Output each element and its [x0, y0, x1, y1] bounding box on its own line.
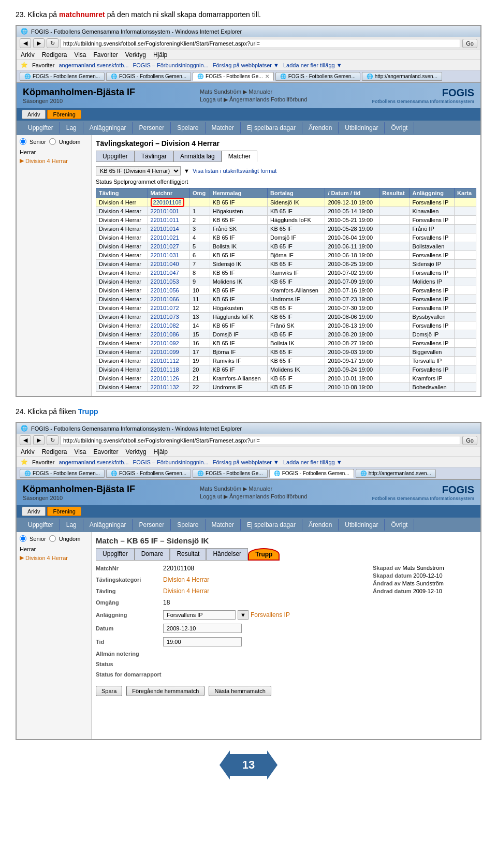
- menu-visa-2[interactable]: Visa: [74, 448, 86, 455]
- nav-ej-spelbara-1[interactable]: Ej spelbara dagar: [241, 122, 302, 134]
- refresh-button-1[interactable]: ↻: [47, 38, 59, 48]
- go-button-2[interactable]: Go: [462, 436, 477, 445]
- menu-eavoriter-2[interactable]: Eavoriter: [94, 448, 119, 455]
- foregaende-button[interactable]: Föregående hemmamatch: [126, 686, 204, 696]
- form-value-tavling[interactable]: Division 4 Herrar: [163, 587, 209, 595]
- match-number-link[interactable]: 220101014: [151, 226, 179, 232]
- header-link-1-0[interactable]: Mats Sundström ▶ Manualer: [200, 89, 307, 95]
- tab-resultat-2[interactable]: Resultat: [170, 548, 206, 561]
- form-input-datum[interactable]: [163, 624, 242, 633]
- td-matchnr-17[interactable]: 220101099: [148, 348, 190, 357]
- fav-link-2-2[interactable]: FOGIS – Förbundsinloggnin...: [133, 459, 209, 465]
- address-bar-2[interactable]: [61, 436, 460, 445]
- match-number-link[interactable]: 220101027: [151, 243, 179, 249]
- radio-ungdom-1[interactable]: [49, 138, 56, 145]
- sidebar-link-division-2[interactable]: ▶ Division 4 Herrar: [20, 554, 88, 561]
- go-button-1[interactable]: Go: [462, 39, 477, 48]
- radio-senior-2[interactable]: [20, 535, 26, 542]
- td-matchnr-18[interactable]: 220101112: [148, 357, 190, 365]
- match-number-link[interactable]: 220101066: [151, 296, 179, 302]
- forward-button-1[interactable]: ▶: [33, 38, 45, 48]
- match-number-link[interactable]: 220101056: [151, 287, 179, 293]
- nav-uppgifter-2[interactable]: Uppgifter: [22, 519, 60, 531]
- forening-tab-2[interactable]: Förening: [47, 507, 81, 516]
- form-dropdown-anlaggerning[interactable]: ▼: [238, 610, 248, 620]
- tab-matcher-1[interactable]: Matcher: [222, 151, 257, 162]
- browser-tab-1-2[interactable]: 🌐 FOGIS - Fotbollens Ge... ✕: [193, 72, 274, 81]
- td-matchnr-1[interactable]: 220101001: [148, 207, 190, 216]
- nav-arenden-1[interactable]: Ärenden: [302, 122, 339, 134]
- td-matchnr-10[interactable]: 220101056: [148, 286, 190, 295]
- filter-select-1[interactable]: KB 65 IF (Division 4 Herrar): [96, 166, 181, 175]
- match-number-link[interactable]: 220101086: [151, 331, 179, 337]
- fav-link-2-1[interactable]: angermanland.svenskfotb...: [59, 459, 128, 465]
- nav-lag-1[interactable]: Lag: [60, 122, 83, 134]
- nav-utbildningar-2[interactable]: Utbildningar: [339, 519, 385, 531]
- address-bar-1[interactable]: [61, 39, 460, 48]
- match-number-link[interactable]: 220101053: [151, 278, 179, 285]
- menu-arkiv-1[interactable]: Arkiv: [21, 51, 35, 58]
- forening-tab-1[interactable]: Förening: [47, 110, 81, 119]
- td-matchnr-15[interactable]: 220101086: [148, 330, 190, 339]
- menu-verktyg-1[interactable]: Verktyg: [125, 51, 146, 58]
- nav-lag-2[interactable]: Lag: [60, 519, 83, 531]
- nav-utbildningar-1[interactable]: Utbildningar: [339, 122, 385, 134]
- menu-redigera-1[interactable]: Redigera: [42, 51, 67, 58]
- nav-matcher-2[interactable]: Matcher: [206, 519, 241, 531]
- archive-tab-1[interactable]: Arkiv: [22, 110, 46, 119]
- browser-tab-2-1[interactable]: 🌐 FOGIS - Fotbollens Gemen...: [106, 469, 191, 478]
- nav-arenden-2[interactable]: Ärenden: [302, 519, 339, 531]
- td-matchnr-14[interactable]: 220101082: [148, 321, 190, 330]
- match-number-link[interactable]: 220101073: [151, 314, 179, 320]
- tab-uppgifter-2[interactable]: Uppgifter: [96, 548, 135, 561]
- browser-tab-2-3[interactable]: 🌐 FOGIS - Fotbollens Gemen...: [269, 469, 354, 478]
- nav-anlaggerningar-1[interactable]: Anläggningar: [83, 122, 133, 134]
- td-matchnr-9[interactable]: 220101053: [148, 277, 190, 286]
- form-input-anlaggerning[interactable]: [163, 610, 236, 620]
- form-input-tid[interactable]: [163, 637, 242, 646]
- filter-link-1[interactable]: Visa listan i utskriftsvänligt format: [193, 168, 276, 174]
- nav-personer-2[interactable]: Personer: [133, 519, 171, 531]
- td-matchnr-12[interactable]: 220101072: [148, 304, 190, 313]
- match-number-link[interactable]: 220101092: [151, 340, 179, 346]
- nav-matcher-1[interactable]: Matcher: [206, 122, 241, 134]
- td-matchnr-5[interactable]: 220101027: [148, 242, 190, 251]
- match-number-link[interactable]: 220101011: [151, 217, 179, 223]
- fav-link-2[interactable]: FOGIS – Förbundsinloggnin...: [133, 62, 209, 68]
- match-number-link[interactable]: 220101072: [151, 305, 179, 311]
- td-matchnr-4[interactable]: 220101021: [148, 233, 190, 242]
- tab-close-1-2[interactable]: ✕: [265, 73, 269, 79]
- nasta-button[interactable]: Nästa hemmamatch: [209, 686, 271, 696]
- nav-ej-spelbara-2[interactable]: Ej spelbara dagar: [241, 519, 302, 531]
- nav-spelare-1[interactable]: Spelare: [171, 122, 205, 134]
- td-matchnr-2[interactable]: 220101011: [148, 216, 190, 225]
- td-matchnr-6[interactable]: 220101031: [148, 251, 190, 260]
- td-matchnr-16[interactable]: 220101092: [148, 339, 190, 348]
- nav-ovrigt-1[interactable]: Övrigt: [385, 122, 414, 134]
- browser-tab-1-4[interactable]: 🌐 http://angermanland.sven...: [362, 72, 442, 81]
- tab-handelser-2[interactable]: Händelser: [206, 548, 248, 561]
- td-matchnr-8[interactable]: 220101047: [148, 269, 190, 277]
- match-number-link[interactable]: 220101001: [151, 208, 179, 214]
- tab-tavlingar-1[interactable]: Tävlingar: [135, 151, 173, 162]
- refresh-button-2[interactable]: ↻: [47, 435, 59, 445]
- tab-trupp-2[interactable]: Trupp: [248, 548, 280, 561]
- browser-tab-1-3[interactable]: 🌐 FOGIS - Fotbollens Gemen...: [275, 72, 360, 81]
- fav-link-3[interactable]: Förslag på webbplatser ▼: [213, 62, 279, 68]
- spara-button[interactable]: Spara: [96, 686, 122, 696]
- back-button-2[interactable]: ◀: [20, 435, 31, 445]
- fav-link-2-4[interactable]: Ladda ner fler tillägg ▼: [283, 459, 342, 465]
- back-button-1[interactable]: ◀: [20, 38, 31, 48]
- browser-tab-1-0[interactable]: 🌐 FOGIS - Fotbollens Gemen...: [20, 72, 105, 81]
- tab-domare-2[interactable]: Domare: [135, 548, 170, 561]
- match-number-link[interactable]: 220101040: [151, 261, 179, 267]
- nav-personer-1[interactable]: Personer: [133, 122, 171, 134]
- header-link-2-0[interactable]: Mats Sundström ▶ Manualer: [200, 486, 307, 492]
- td-matchnr-13[interactable]: 220101073: [148, 313, 190, 321]
- tab-anmalda-lag-1[interactable]: Anmälda lag: [173, 151, 222, 162]
- archive-tab-2[interactable]: Arkiv: [22, 507, 46, 516]
- td-matchnr-11[interactable]: 220101066: [148, 295, 190, 304]
- header-link-1-1[interactable]: Logga ut ▶ Ångermanlands Fotbollförbund: [200, 96, 307, 103]
- td-matchnr-0[interactable]: 220101108: [148, 198, 190, 207]
- menu-visa-1[interactable]: Visa: [74, 51, 86, 58]
